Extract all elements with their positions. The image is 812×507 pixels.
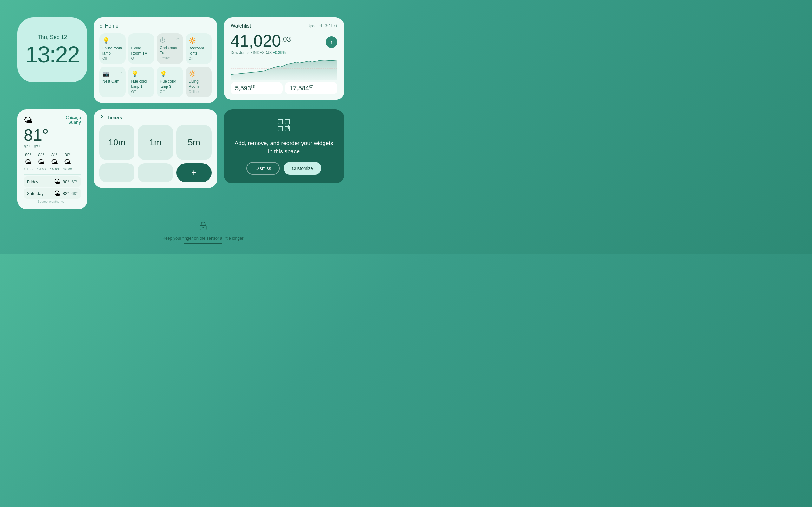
index-change: +0.39% bbox=[273, 50, 286, 55]
timers-header: ⏱ Timers bbox=[99, 115, 212, 121]
sub-num-2: 17,58407 bbox=[290, 84, 313, 92]
dismiss-button[interactable]: Dismiss bbox=[247, 162, 280, 175]
weather-source: Source: weather.com bbox=[24, 200, 81, 204]
device-status: Off bbox=[160, 90, 164, 94]
clock-date: Thu, Sep 12 bbox=[38, 34, 67, 41]
watchlist-bottom: 5,59385 17,58407 bbox=[231, 82, 337, 95]
device-living-room-lamp[interactable]: 💡 Living room lamp Off bbox=[99, 33, 125, 64]
home-widget: ⌂ Home 💡 Living room lamp Off ▭ Living R… bbox=[94, 17, 217, 103]
home-icon: ⌂ bbox=[99, 23, 102, 29]
timers-widget: ⏱ Timers 10m 1m 5m + bbox=[94, 109, 217, 188]
customize-buttons: Dismiss Customize bbox=[247, 162, 321, 175]
timer-1m[interactable]: 1m bbox=[138, 125, 173, 160]
device-christmas-tree[interactable]: ⏻ ⚠ Christmas Tree Offline bbox=[157, 33, 183, 64]
day-row-friday: Friday 🌤 80° 67° bbox=[24, 176, 81, 187]
offline-icon: ⏻ bbox=[160, 37, 165, 44]
weather-top: 🌤 Chicago Sunny bbox=[24, 115, 81, 125]
weather-condition: Sunny bbox=[66, 120, 81, 124]
refresh-icon[interactable]: ↺ bbox=[334, 24, 337, 28]
bottom-lock: Keep your finger on the sensor a little … bbox=[162, 221, 243, 244]
warning-icon: ⚠ bbox=[176, 37, 180, 41]
cam-icon: 📷 bbox=[102, 70, 109, 77]
updated-text: Updated 13:21 bbox=[307, 24, 333, 28]
timer-5m[interactable]: 5m bbox=[176, 125, 212, 160]
tv-icon: ▭ bbox=[131, 37, 137, 44]
device-status: Off bbox=[102, 56, 107, 60]
day-row-saturday: Saturday 🌤 82° 68° bbox=[24, 188, 81, 199]
watchlist-header: Watchlist Updated 13:21 ↺ bbox=[231, 23, 337, 29]
watchlist-index: Dow Jones • INDEXDJX +0.39% bbox=[231, 50, 337, 55]
weather-hi-lo: 82° 67° bbox=[24, 145, 81, 149]
device-name: Christmas Tree bbox=[160, 46, 180, 55]
customize-icon bbox=[277, 118, 291, 135]
sub-num-1: 5,59385 bbox=[235, 84, 255, 92]
weather-location: Chicago Sunny bbox=[66, 115, 81, 124]
customize-widget: Add, remove, and reorder your widgets in… bbox=[223, 109, 344, 183]
device-name: Living Room TV bbox=[131, 46, 151, 56]
customize-button[interactable]: Customize bbox=[284, 162, 321, 175]
lock-text: Keep your finger on the sensor a little … bbox=[162, 236, 243, 240]
home-header: ⌂ Home bbox=[99, 23, 212, 29]
timer-header-icon: ⏱ bbox=[99, 115, 104, 121]
device-nest-cam[interactable]: 📷 › Nest Cam bbox=[99, 66, 125, 97]
device-name: Hue color lamp 3 bbox=[160, 79, 180, 89]
device-status: Off bbox=[189, 56, 193, 60]
price-whole: 41,020 bbox=[231, 33, 281, 49]
arrow-icon: › bbox=[121, 70, 122, 74]
hour-item-2: 81° 🌤 14:00 bbox=[37, 153, 46, 171]
lock-bar bbox=[184, 243, 222, 244]
device-status: Off bbox=[131, 56, 136, 60]
device-name: Living room lamp bbox=[102, 46, 122, 56]
device-status: Offline bbox=[189, 90, 199, 94]
hue1-icon: 💡 bbox=[131, 70, 138, 77]
device-status: Off bbox=[131, 90, 136, 94]
hue3-icon: 💡 bbox=[160, 70, 167, 77]
index-label: Dow Jones • INDEXDJX bbox=[231, 50, 272, 55]
svg-rect-3 bbox=[278, 126, 283, 131]
svg-point-8 bbox=[202, 227, 204, 228]
timer-placeholder-2 bbox=[138, 163, 173, 182]
customize-text: Add, remove, and reorder your widgets in… bbox=[233, 139, 335, 155]
svg-rect-1 bbox=[278, 119, 283, 124]
device-status: Offline bbox=[160, 56, 170, 60]
add-timer-button[interactable]: + bbox=[176, 163, 212, 182]
weather-widget: 🌤 Chicago Sunny 81° 82° 67° 80° 🌤 13:00 … bbox=[17, 109, 87, 209]
timer-10m[interactable]: 10m bbox=[99, 125, 135, 160]
device-name: Nest Cam bbox=[102, 79, 119, 84]
clock-time: 13:22 bbox=[26, 43, 79, 66]
device-name: Living Room bbox=[189, 79, 209, 89]
weather-city: Chicago bbox=[66, 115, 81, 120]
device-living-room[interactable]: 🔆 Living Room Offline bbox=[186, 66, 212, 97]
bedroom-icon: 🔆 bbox=[189, 37, 196, 44]
hourly-forecast: 80° 🌤 13:00 81° 🌤 14:00 81° 🌤 15:00 80° … bbox=[24, 153, 81, 171]
device-hue-1[interactable]: 💡 Hue color lamp 1 Off bbox=[128, 66, 154, 97]
lamp-icon: 💡 bbox=[102, 37, 109, 44]
price-row: 41,020.03 ↑ bbox=[231, 30, 337, 49]
watchlist-price: 41,020.03 bbox=[231, 33, 291, 49]
sun-icon: 🌤 bbox=[24, 115, 33, 125]
daily-forecast: Friday 🌤 80° 67° Saturday 🌤 82° 68° bbox=[24, 174, 81, 199]
device-bedroom-lights[interactable]: 🔆 Bedroom lights Off bbox=[186, 33, 212, 64]
home-title: Home bbox=[105, 23, 119, 29]
price-decimal: .03 bbox=[281, 36, 291, 43]
sub-value-1: 5,59385 bbox=[231, 82, 283, 95]
watchlist-updated: Updated 13:21 ↺ bbox=[307, 24, 337, 28]
weather-temp-main: 81° bbox=[24, 127, 81, 143]
timers-grid: 10m 1m 5m + bbox=[99, 125, 212, 182]
timers-title: Timers bbox=[107, 115, 122, 121]
device-name: Hue color lamp 1 bbox=[131, 79, 151, 89]
livingroom-icon: 🔆 bbox=[189, 70, 196, 77]
sub-value-2: 17,58407 bbox=[285, 82, 337, 95]
lock-icon bbox=[199, 221, 207, 233]
hour-item-4: 80° 🌤 16:00 bbox=[63, 153, 72, 171]
svg-rect-2 bbox=[285, 119, 290, 124]
hour-item-1: 80° 🌤 13:00 bbox=[24, 153, 33, 171]
clock-widget: Thu, Sep 12 13:22 bbox=[17, 17, 87, 82]
timer-placeholder-1 bbox=[99, 163, 135, 182]
watchlist-widget: Watchlist Updated 13:21 ↺ 41,020.03 ↑ Do… bbox=[223, 17, 344, 100]
device-living-room-tv[interactable]: ▭ Living Room TV Off bbox=[128, 33, 154, 64]
home-grid: 💡 Living room lamp Off ▭ Living Room TV … bbox=[99, 33, 212, 97]
device-hue-3[interactable]: 💡 Hue color lamp 3 Off bbox=[157, 66, 183, 97]
price-up-button[interactable]: ↑ bbox=[326, 37, 337, 48]
stock-chart bbox=[231, 57, 337, 79]
